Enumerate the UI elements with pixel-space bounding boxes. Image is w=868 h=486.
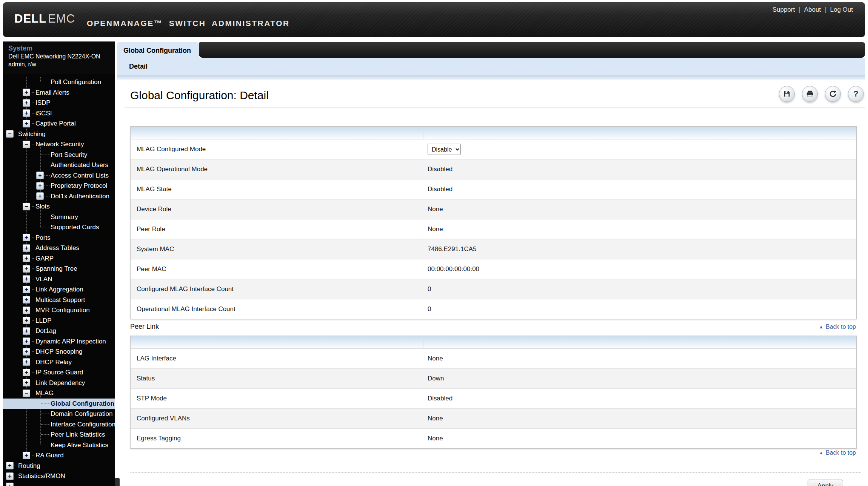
sidebar-item-ip-source-guard[interactable]: +IP Source Guard <box>3 367 115 378</box>
sidebar-item-email-alerts[interactable]: +Email Alerts <box>3 87 115 98</box>
sidebar-item-label: DHCP Snooping <box>35 346 82 357</box>
sidebar-scrollbar-thumb[interactable] <box>115 478 120 486</box>
tab-bar-background <box>199 42 865 58</box>
mlag-configured-mode-select[interactable]: Disable <box>428 144 461 155</box>
expand-icon[interactable]: + <box>23 296 30 304</box>
sidebar-item-supported-cards[interactable]: Supported Cards <box>3 222 115 233</box>
expand-icon[interactable]: + <box>23 89 30 96</box>
sidebar-item-ra-guard[interactable]: +RA Guard <box>3 450 115 461</box>
sidebar-item-iscsi[interactable]: +iSCSI <box>3 108 115 119</box>
sidebar-item-network-security[interactable]: −Network Security <box>3 139 115 150</box>
sidebar-item-link-aggregation[interactable]: +Link Aggregation <box>3 284 115 295</box>
expand-icon[interactable]: + <box>23 337 30 345</box>
subtab-detail[interactable]: Detail <box>129 58 148 75</box>
sidebar-item-label: Keep Alive Statistics <box>51 440 108 451</box>
expand-icon[interactable]: + <box>23 307 30 314</box>
expand-icon[interactable]: + <box>36 182 44 190</box>
sidebar-item-dhcp-relay[interactable]: +DHCP Relay <box>3 357 115 368</box>
row-value: Disabled <box>423 159 856 179</box>
sidebar-item-slots[interactable]: −Slots <box>3 201 115 212</box>
sidebar-item-dot1ag[interactable]: +Dot1ag <box>3 326 115 336</box>
sidebar-item-keep-alive-statistics[interactable]: Keep Alive Statistics <box>3 440 115 451</box>
sidebar-item-global-configuration[interactable]: Global Configuration <box>3 399 115 409</box>
table-row: STP ModeDisabled <box>131 388 856 408</box>
sidebar-item-access-control-lists[interactable]: +Access Control Lists <box>3 170 115 181</box>
expand-icon[interactable]: + <box>6 472 14 480</box>
sidebar-item-ports[interactable]: +Ports <box>3 233 115 243</box>
collapse-icon[interactable]: − <box>6 130 14 138</box>
expand-icon[interactable]: + <box>6 462 14 469</box>
sidebar-item-dhcp-snooping[interactable]: +DHCP Snooping <box>3 346 115 357</box>
sidebar-item-garp[interactable]: +GARP <box>3 253 115 264</box>
sidebar-item[interactable]: + <box>3 481 115 486</box>
sidebar-item-port-security[interactable]: Port Security <box>3 150 115 160</box>
expand-icon[interactable]: + <box>23 234 30 241</box>
expand-icon[interactable]: + <box>23 348 30 356</box>
expand-icon[interactable]: + <box>23 244 30 252</box>
sidebar-item-poll-configuration[interactable]: Poll Configuration <box>3 77 115 87</box>
sidebar-item-link-dependency[interactable]: +Link Dependency <box>3 378 115 388</box>
expand-icon[interactable]: + <box>23 358 30 366</box>
sidebar-item-switching[interactable]: −Switching <box>3 129 115 140</box>
sidebar-item-vlan[interactable]: +VLAN <box>3 274 115 285</box>
sidebar-item-mvr-configuration[interactable]: +MVR Configuration <box>3 305 115 316</box>
print-button[interactable] <box>802 86 818 102</box>
sidebar-item-lldp[interactable]: +LLDP <box>3 316 115 326</box>
sidebar-item-spanning-tree[interactable]: +Spanning Tree <box>3 264 115 274</box>
apply-button[interactable]: Apply <box>808 480 843 486</box>
save-button[interactable] <box>779 86 795 102</box>
expand-icon[interactable]: + <box>23 254 30 262</box>
sidebar-item-authenticated-users[interactable]: Authenticated Users <box>3 160 115 170</box>
sidebar-item-label: GARP <box>35 253 54 264</box>
expand-icon[interactable]: + <box>23 109 30 117</box>
table-row: LAG InterfaceNone <box>131 348 856 368</box>
back-to-top-link[interactable]: ▲Back to top <box>819 449 856 456</box>
expand-icon[interactable]: + <box>23 265 30 273</box>
sidebar-item-isdp[interactable]: +ISDP <box>3 98 115 108</box>
header-link-about[interactable]: About <box>804 6 821 13</box>
sidebar-item-label: Dot1ag <box>35 326 56 336</box>
expand-icon[interactable]: + <box>6 483 14 486</box>
sidebar-item-multicast-support[interactable]: +Multicast Support <box>3 295 115 305</box>
sidebar-item-label: Slots <box>35 201 50 212</box>
collapse-icon[interactable]: − <box>23 203 30 210</box>
system-label[interactable]: System <box>8 44 32 52</box>
collapse-icon[interactable]: − <box>23 389 30 397</box>
expand-icon[interactable]: + <box>23 120 30 127</box>
sidebar-item-routing[interactable]: +Routing <box>3 461 115 471</box>
back-to-top-link[interactable]: ▲Back to top <box>819 323 856 330</box>
help-button[interactable]: ? <box>848 86 864 102</box>
row-value: Disabled <box>423 389 856 408</box>
expand-icon[interactable]: + <box>23 317 30 324</box>
up-arrow-icon: ▲ <box>819 450 823 455</box>
sidebar-item-proprietary-protocol[interactable]: +Proprietary Protocol <box>3 181 115 191</box>
expand-icon[interactable]: + <box>23 286 30 293</box>
sidebar-item-summary[interactable]: Summary <box>3 212 115 222</box>
tab-global-configuration[interactable]: Global Configuration <box>117 42 199 58</box>
expand-icon[interactable]: + <box>23 452 30 459</box>
collapse-icon[interactable]: − <box>23 141 30 148</box>
expand-icon[interactable]: + <box>23 99 30 107</box>
footer-divider <box>130 472 860 473</box>
expand-icon[interactable]: + <box>23 379 30 386</box>
header-link-log-out[interactable]: Log Out <box>830 6 853 13</box>
sidebar-item-interface-configuration[interactable]: Interface Configuration <box>3 419 115 430</box>
sidebar-item-mlag[interactable]: −MLAG <box>3 388 115 399</box>
expand-icon[interactable]: + <box>36 192 44 200</box>
sidebar-item-address-tables[interactable]: +Address Tables <box>3 243 115 253</box>
page-title: Global Configuration: Detail <box>130 89 269 102</box>
sidebar-item-label: MLAG <box>35 388 54 399</box>
sidebar-item-dot1x-authentication[interactable]: +Dot1x Authentication <box>3 191 115 202</box>
sidebar-item-captive-portal[interactable]: +Captive Portal <box>3 118 115 129</box>
refresh-button[interactable] <box>825 86 841 102</box>
header-link-support[interactable]: Support <box>773 6 795 13</box>
sidebar-item-dynamic-arp-inspection[interactable]: +Dynamic ARP Inspection <box>3 336 115 347</box>
sidebar-item-domain-configuration[interactable]: Domain Configuration <box>3 409 115 419</box>
expand-icon[interactable]: + <box>36 172 44 179</box>
expand-icon[interactable]: + <box>23 369 30 376</box>
expand-icon[interactable]: + <box>23 327 30 335</box>
sidebar-item-label: Spanning Tree <box>35 264 77 274</box>
sidebar-item-statistics-rmon[interactable]: +Statistics/RMON <box>3 471 115 481</box>
expand-icon[interactable]: + <box>23 275 30 283</box>
sidebar-item-peer-link-statistics[interactable]: Peer Link Statistics <box>3 429 115 440</box>
